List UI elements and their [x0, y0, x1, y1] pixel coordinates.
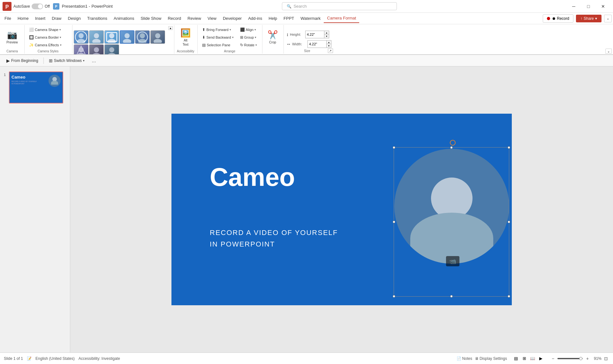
- svg-point-10: [125, 33, 130, 38]
- record-btn-label: ⏺ Record: [552, 16, 569, 21]
- switch-windows-button[interactable]: ⊞ Switch Windows ▾: [46, 57, 87, 64]
- cam-style-6[interactable]: [150, 30, 165, 44]
- cam-style-8[interactable]: [89, 44, 104, 55]
- height-input[interactable]: [306, 31, 324, 38]
- cameo-icon-bar[interactable]: 📹: [446, 256, 459, 266]
- cam-style-7[interactable]: [74, 44, 88, 55]
- minimize-button[interactable]: ─: [566, 1, 581, 11]
- status-bar: Slide 1 of 1 📝 English (United States) A…: [0, 353, 613, 364]
- menu-fppt[interactable]: FPPT: [280, 14, 297, 23]
- cam-style-4[interactable]: [120, 30, 134, 44]
- maximize-button[interactable]: □: [581, 1, 596, 11]
- rotate-button[interactable]: ↻ Rotate ▾: [238, 42, 259, 49]
- size-expand-button[interactable]: ↗: [328, 49, 333, 53]
- height-decrement-button[interactable]: ▼: [324, 34, 329, 38]
- zoom-slider[interactable]: [557, 358, 583, 359]
- close-button[interactable]: ✕: [596, 1, 610, 11]
- send-backward-button[interactable]: ⬇ Send Backward ▾: [200, 34, 235, 41]
- ribbon-expand-button[interactable]: ⌄: [605, 49, 612, 54]
- menu-help[interactable]: Help: [265, 14, 280, 23]
- cam-style-9[interactable]: [104, 44, 119, 55]
- handle-bm[interactable]: [450, 295, 453, 298]
- svg-point-2: [79, 33, 84, 38]
- fit-slide-button[interactable]: ⊡: [603, 355, 609, 362]
- cam-style-2[interactable]: [89, 30, 104, 44]
- camera-group-label: Camera: [6, 49, 18, 54]
- from-beginning-button[interactable]: ▶ From Beginning: [4, 57, 41, 64]
- menu-home[interactable]: Home: [14, 14, 32, 23]
- search-box[interactable]: 🔍 Search: [282, 2, 397, 10]
- crop-button[interactable]: ✂️ Crop: [265, 26, 280, 49]
- cam-style-5[interactable]: [135, 30, 150, 44]
- handle-ml[interactable]: [393, 221, 395, 223]
- menu-developer[interactable]: Developer: [220, 14, 245, 23]
- handle-bl[interactable]: [393, 295, 395, 298]
- notes-pane-toggle-button[interactable]: 📝: [27, 356, 32, 361]
- menu-view[interactable]: View: [204, 14, 220, 23]
- autosave-area: AutoSave Off: [13, 4, 50, 9]
- alt-text-button[interactable]: 🖼️ Alt Text: [178, 26, 193, 49]
- slide-canvas[interactable]: Cameo RECORD A VIDEO OF YOURSELF IN POWE…: [171, 114, 512, 305]
- handle-mr[interactable]: [508, 221, 510, 223]
- menu-transitions[interactable]: Transitions: [84, 14, 110, 23]
- menu-review[interactable]: Review: [184, 14, 204, 23]
- reading-view-button[interactable]: 📖: [529, 355, 536, 362]
- width-increment-button[interactable]: ▲: [327, 41, 331, 44]
- zoom-level: 91%: [592, 356, 602, 361]
- preview-button[interactable]: 📷 Preview: [3, 26, 21, 49]
- width-input[interactable]: [308, 41, 326, 48]
- menu-draw[interactable]: Draw: [49, 14, 64, 23]
- style-scroll-up-button[interactable]: ▲: [168, 26, 173, 30]
- share-button[interactable]: ↑ Share ▾: [576, 15, 602, 22]
- preview-label: Preview: [6, 41, 18, 44]
- camera-shape-label: Camera Shape: [35, 28, 58, 32]
- menu-watermark[interactable]: Watermark: [297, 14, 324, 23]
- selection-pane-button[interactable]: ▤ Selection Pane: [200, 42, 235, 49]
- ribbon-collapse-btn[interactable]: ⌄: [604, 15, 612, 22]
- group-label: Group: [244, 35, 254, 39]
- handle-tl[interactable]: [393, 146, 395, 149]
- rotate-handle[interactable]: [450, 140, 456, 146]
- menu-camera-format[interactable]: Camera Format: [324, 14, 359, 23]
- menu-slideshow[interactable]: Slide Show: [137, 14, 164, 23]
- notes-button[interactable]: 📄 Notes: [457, 356, 472, 361]
- slide-thumbnail[interactable]: Cameo RECORD A VIDEO OF YOURSELFIN POWER…: [9, 72, 63, 103]
- camera-shape-button[interactable]: ⬜ Camera Shape ▾: [27, 26, 69, 33]
- camera-style-group: ⬜ Camera Shape ▾ 🔲 Camera Border ▾ ✨ Cam…: [25, 25, 72, 54]
- slide-show-view-button[interactable]: ▶: [537, 355, 545, 362]
- zoom-area: − + 91% ⊡: [550, 355, 609, 362]
- group-button[interactable]: ⊞ Group ▾: [238, 34, 259, 41]
- autosave-toggle[interactable]: [32, 4, 43, 9]
- height-increment-button[interactable]: ▲: [324, 31, 329, 34]
- rotate-caret-icon: ▾: [255, 43, 257, 47]
- display-settings-button[interactable]: 🖥 Display Settings: [475, 356, 507, 361]
- handle-tm[interactable]: [450, 146, 453, 149]
- menu-file[interactable]: File: [1, 14, 14, 23]
- alt-text-icon: 🖼️: [180, 28, 191, 38]
- menu-items: File Home Insert Draw Design Transitions…: [1, 14, 359, 23]
- menu-insert[interactable]: Insert: [32, 14, 49, 23]
- menu-bar: File Home Insert Draw Design Transitions…: [0, 13, 613, 24]
- zoom-out-button[interactable]: −: [550, 355, 556, 362]
- camera-effects-button[interactable]: ✨ Camera Effects ▾: [27, 42, 69, 49]
- bring-forward-button[interactable]: ⬆ Bring Forward ▾: [200, 26, 235, 33]
- cam-style-3[interactable]: [104, 30, 119, 44]
- camera-border-button[interactable]: 🔲 Camera Border ▾: [27, 34, 69, 41]
- zoom-in-button[interactable]: +: [584, 355, 591, 362]
- camera-border-caret-icon: ▾: [60, 36, 61, 39]
- record-button[interactable]: ⏺ Record: [543, 14, 573, 23]
- menu-addins[interactable]: Add-ins: [245, 14, 265, 23]
- more-options-button[interactable]: …: [90, 57, 98, 64]
- menu-record[interactable]: Record: [164, 14, 184, 23]
- menu-animations[interactable]: Animations: [110, 14, 137, 23]
- cam-style-1[interactable]: [74, 30, 88, 44]
- handle-tr[interactable]: [508, 146, 510, 149]
- handle-br[interactable]: [508, 295, 510, 298]
- width-decrement-button[interactable]: ▼: [327, 44, 331, 48]
- align-button[interactable]: ⬛ Align ▾: [238, 26, 259, 33]
- normal-view-button[interactable]: ▤: [512, 355, 520, 362]
- cameo-placeholder[interactable]: 📹: [394, 120, 512, 302]
- slide-sorter-button[interactable]: ⊞: [520, 355, 528, 362]
- menu-design[interactable]: Design: [65, 14, 84, 23]
- alt-text-label: Alt: [184, 39, 187, 42]
